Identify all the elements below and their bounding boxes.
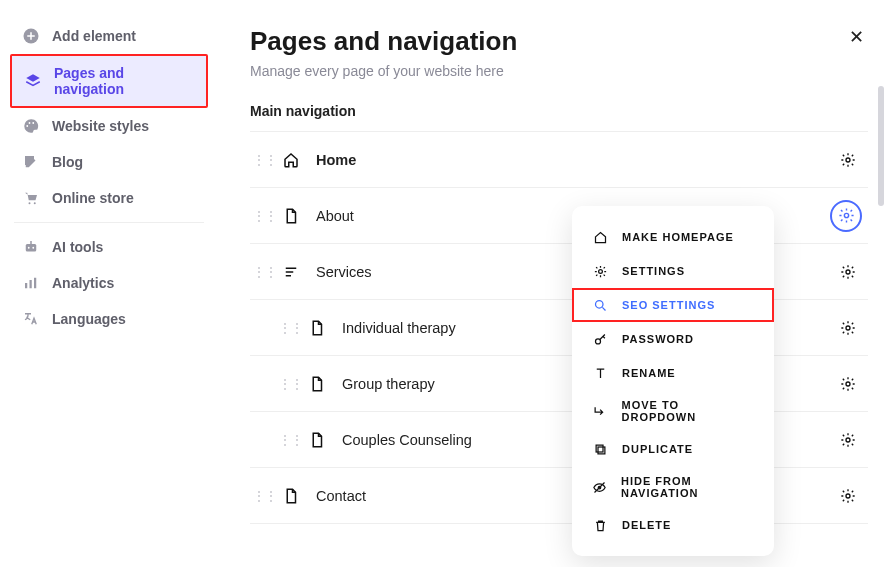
sidebar-item-languages[interactable]: Languages xyxy=(10,301,208,337)
menu-label: MOVE TO DROPDOWN xyxy=(622,399,754,423)
svg-rect-11 xyxy=(34,278,36,289)
sidebar-item-ai-tools[interactable]: AI tools xyxy=(10,229,208,265)
eye-off-icon xyxy=(592,479,607,495)
page-row-services[interactable]: ⋮⋮ Services xyxy=(250,244,868,300)
gear-icon[interactable] xyxy=(834,482,862,510)
file-icon xyxy=(282,487,300,505)
page-row-contact[interactable]: ⋮⋮ Contact xyxy=(250,468,868,524)
drag-handle-icon[interactable]: ⋮⋮ xyxy=(278,432,292,448)
trash-icon xyxy=(592,517,608,533)
svg-rect-6 xyxy=(26,244,37,252)
svg-point-12 xyxy=(846,158,850,162)
svg-rect-24 xyxy=(598,447,605,454)
sidebar-item-label: Pages and navigation xyxy=(54,65,194,97)
page-row-home[interactable]: ⋮⋮ Home xyxy=(250,132,868,188)
sidebar-item-analytics[interactable]: Analytics xyxy=(10,265,208,301)
svg-point-22 xyxy=(595,300,603,308)
menu-seo-settings[interactable]: SEO SETTINGS xyxy=(572,288,774,322)
page-label: Home xyxy=(316,152,818,168)
svg-point-7 xyxy=(28,247,30,249)
sidebar-item-add-element[interactable]: Add element xyxy=(10,18,208,54)
panel-title: Pages and navigation xyxy=(250,26,517,57)
menu-move-to-dropdown[interactable]: MOVE TO DROPDOWN xyxy=(572,390,774,432)
drag-handle-icon[interactable]: ⋮⋮ xyxy=(278,376,292,392)
svg-point-2 xyxy=(29,122,31,124)
file-icon xyxy=(308,319,326,337)
svg-point-21 xyxy=(598,269,602,273)
copy-icon xyxy=(592,441,608,457)
sidebar-item-online-store[interactable]: Online store xyxy=(10,180,208,216)
menu-label: DUPLICATE xyxy=(622,443,693,455)
drag-handle-icon[interactable]: ⋮⋮ xyxy=(252,208,266,224)
gear-icon[interactable] xyxy=(834,146,862,174)
menu-rename[interactable]: RENAME xyxy=(572,356,774,390)
sidebar-item-website-styles[interactable]: Website styles xyxy=(10,108,208,144)
svg-point-15 xyxy=(846,326,850,330)
svg-rect-9 xyxy=(25,283,27,288)
page-row-about[interactable]: ⋮⋮ About xyxy=(250,188,868,244)
sidebar-item-label: Online store xyxy=(52,190,134,206)
menu-label: DELETE xyxy=(622,519,671,531)
menu-delete[interactable]: DELETE xyxy=(572,508,774,542)
gear-icon[interactable] xyxy=(830,200,862,232)
page-row-individual-therapy[interactable]: ⋮⋮ Individual therapy xyxy=(250,300,868,356)
menu-settings[interactable]: SETTINGS xyxy=(572,254,774,288)
gear-icon[interactable] xyxy=(834,258,862,286)
svg-point-8 xyxy=(32,247,34,249)
page-row-couples-counseling[interactable]: ⋮⋮ Couples Counseling xyxy=(250,412,868,468)
sidebar-item-label: Analytics xyxy=(52,275,114,291)
sidebar-item-label: Website styles xyxy=(52,118,149,134)
gear-icon[interactable] xyxy=(834,314,862,342)
menu-lines-icon xyxy=(282,263,300,281)
sidebar-item-label: Blog xyxy=(52,154,83,170)
svg-point-5 xyxy=(34,202,36,204)
home-icon xyxy=(592,229,608,245)
search-icon xyxy=(592,297,608,313)
page-row-group-therapy[interactable]: ⋮⋮ Group therapy xyxy=(250,356,868,412)
drag-handle-icon[interactable]: ⋮⋮ xyxy=(252,264,266,280)
sidebar-separator xyxy=(14,222,204,223)
menu-label: SEO SETTINGS xyxy=(622,299,715,311)
menu-duplicate[interactable]: DUPLICATE xyxy=(572,432,774,466)
bar-chart-icon xyxy=(22,274,40,292)
pencil-square-icon xyxy=(22,153,40,171)
menu-password[interactable]: PASSWORD xyxy=(572,322,774,356)
sidebar-item-label: AI tools xyxy=(52,239,103,255)
sidebar-item-blog[interactable]: Blog xyxy=(10,144,208,180)
svg-point-1 xyxy=(26,125,28,127)
gear-icon xyxy=(592,263,608,279)
main-panel: Pages and navigation ✕ Manage every page… xyxy=(218,0,884,567)
sidebar-item-label: Languages xyxy=(52,311,126,327)
menu-label: SETTINGS xyxy=(622,265,685,277)
gear-icon[interactable] xyxy=(834,370,862,398)
svg-point-4 xyxy=(29,202,31,204)
layers-icon xyxy=(24,72,42,90)
home-icon xyxy=(282,151,300,169)
palette-icon xyxy=(22,117,40,135)
svg-point-13 xyxy=(844,213,848,217)
scrollbar[interactable] xyxy=(878,86,884,206)
menu-make-homepage[interactable]: MAKE HOMEPAGE xyxy=(572,220,774,254)
menu-label: RENAME xyxy=(622,367,676,379)
drag-handle-icon[interactable]: ⋮⋮ xyxy=(252,488,266,504)
svg-rect-10 xyxy=(30,280,32,288)
drag-handle-icon[interactable]: ⋮⋮ xyxy=(278,320,292,336)
drag-handle-icon[interactable]: ⋮⋮ xyxy=(252,152,266,168)
panel-subtitle: Manage every page of your website here xyxy=(250,63,868,79)
gear-icon[interactable] xyxy=(834,426,862,454)
page-context-menu: MAKE HOMEPAGE SETTINGS SEO SETTINGS PASS… xyxy=(572,206,774,556)
menu-hide-from-navigation[interactable]: HIDE FROM NAVIGATION xyxy=(572,466,774,508)
text-icon xyxy=(592,365,608,381)
svg-point-16 xyxy=(846,382,850,386)
robot-icon xyxy=(22,238,40,256)
close-icon[interactable]: ✕ xyxy=(844,26,868,48)
svg-point-23 xyxy=(595,338,600,343)
plus-circle-icon xyxy=(22,27,40,45)
menu-label: PASSWORD xyxy=(622,333,694,345)
svg-point-17 xyxy=(846,438,850,442)
file-icon xyxy=(308,431,326,449)
corner-down-right-icon xyxy=(592,403,608,419)
sidebar-item-pages-navigation[interactable]: Pages and navigation xyxy=(10,54,208,108)
translate-icon xyxy=(22,310,40,328)
file-icon xyxy=(282,207,300,225)
